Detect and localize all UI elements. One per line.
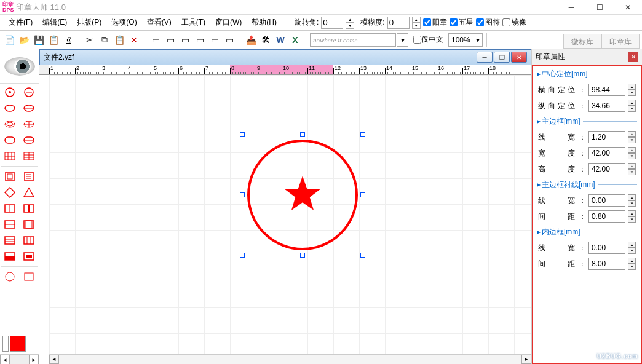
stamp-object[interactable]: 广西大鹏应用软件公司 bbox=[241, 133, 364, 256]
field-spinner[interactable]: ▲▼ bbox=[628, 258, 636, 270]
field-input[interactable] bbox=[588, 210, 625, 223]
tool-rect-fill2[interactable] bbox=[20, 249, 38, 264]
save-button[interactable]: 💾 bbox=[32, 33, 46, 47]
word-button[interactable]: W bbox=[274, 33, 287, 47]
print-button[interactable]: 🖨 bbox=[61, 33, 75, 47]
field-spinner[interactable]: ▲▼ bbox=[628, 194, 636, 207]
selection-handle[interactable] bbox=[300, 132, 305, 137]
tool-circle-text[interactable] bbox=[20, 85, 38, 100]
tool-rounded2[interactable] bbox=[20, 133, 38, 148]
paste-button[interactable]: 📋 bbox=[113, 33, 126, 47]
zoom-combo[interactable]: 100%▾ bbox=[448, 33, 483, 47]
selection-handle[interactable] bbox=[360, 192, 365, 197]
open-button[interactable]: 📂 bbox=[17, 33, 31, 47]
group-header[interactable]: 主边框衬线[mm] bbox=[533, 177, 641, 192]
doc-minimize-button[interactable]: ─ bbox=[477, 52, 493, 63]
menu-item[interactable]: 查看(V) bbox=[142, 15, 176, 30]
field-input[interactable] bbox=[588, 100, 625, 112]
settings-button[interactable]: 🛠 bbox=[259, 33, 272, 47]
tool-misc2[interactable] bbox=[20, 269, 38, 284]
group-header[interactable]: 中心定位[mm] bbox=[533, 66, 641, 82]
menu-item[interactable]: 排版(P) bbox=[72, 15, 106, 30]
cut-button[interactable]: ✂ bbox=[83, 33, 97, 47]
tool-rect-h2[interactable] bbox=[20, 217, 38, 232]
tool-rect-fill[interactable] bbox=[1, 249, 18, 264]
saveas-button[interactable]: 📋 bbox=[47, 33, 60, 47]
doc-restore-button[interactable]: ❐ bbox=[494, 52, 510, 63]
right-color-swatch[interactable] bbox=[10, 336, 26, 352]
rotate-input[interactable] bbox=[321, 17, 343, 29]
field-input[interactable] bbox=[588, 147, 625, 159]
tool-triangle[interactable] bbox=[20, 185, 38, 200]
field-spinner[interactable]: ▲▼ bbox=[628, 84, 636, 96]
tab-badge-library[interactable]: 徽标库 bbox=[563, 34, 601, 49]
panel-close-button[interactable]: ✕ bbox=[628, 52, 638, 62]
menu-item[interactable]: 窗口(W) bbox=[210, 15, 247, 30]
tool-rect-grid3[interactable] bbox=[1, 233, 18, 248]
blur-spinner[interactable]: ▲▼ bbox=[412, 17, 421, 29]
maximize-button[interactable]: ☐ bbox=[585, 0, 614, 15]
canvas-horizontal-scrollbar[interactable]: ◄► bbox=[49, 354, 531, 364]
font-dropdown-arrow[interactable]: ▾ bbox=[397, 33, 408, 47]
selection-handle[interactable] bbox=[300, 253, 305, 258]
selection-handle[interactable] bbox=[360, 132, 365, 137]
tool-rect-split[interactable] bbox=[1, 201, 18, 216]
doc-close-button[interactable]: ✕ bbox=[511, 52, 527, 63]
tool-oval2[interactable] bbox=[20, 101, 38, 116]
new-button[interactable]: 📄 bbox=[2, 33, 16, 47]
field-spinner[interactable]: ▲▼ bbox=[628, 163, 636, 175]
chinese-only-check[interactable]: 仅中文 bbox=[413, 34, 443, 45]
field-spinner[interactable]: ▲▼ bbox=[628, 131, 636, 143]
rotate-spinner[interactable]: ▲▼ bbox=[346, 17, 354, 29]
tool-misc1[interactable] bbox=[1, 269, 18, 284]
close-button[interactable]: ✕ bbox=[614, 0, 642, 15]
field-spinner[interactable]: ▲▼ bbox=[628, 210, 636, 223]
delete-button[interactable]: ✕ bbox=[127, 33, 141, 47]
align5-button[interactable]: ▭ bbox=[208, 33, 221, 47]
copy-button[interactable]: ⧉ bbox=[98, 33, 111, 47]
field-input[interactable] bbox=[588, 258, 625, 270]
align1-button[interactable]: ▭ bbox=[149, 33, 162, 47]
field-spinner[interactable]: ▲▼ bbox=[628, 242, 636, 254]
field-input[interactable] bbox=[588, 131, 625, 143]
field-input[interactable] bbox=[588, 163, 625, 175]
tool-circle-outline[interactable] bbox=[1, 85, 18, 100]
align6-button[interactable]: ▭ bbox=[223, 33, 236, 47]
align4-button[interactable]: ▭ bbox=[193, 33, 207, 47]
left-color-swatch[interactable] bbox=[2, 336, 9, 352]
tool-rounded1[interactable] bbox=[1, 133, 18, 148]
check-star[interactable]: 五星 bbox=[450, 17, 474, 28]
menu-item[interactable]: 编辑(E) bbox=[38, 15, 72, 30]
menu-item[interactable]: 帮助(H) bbox=[247, 15, 282, 30]
field-input[interactable] bbox=[588, 194, 625, 207]
excel-button[interactable]: X bbox=[288, 33, 302, 47]
menu-item[interactable]: 工具(T) bbox=[176, 15, 210, 30]
selection-handle[interactable] bbox=[240, 132, 245, 137]
selection-handle[interactable] bbox=[240, 253, 245, 258]
tool-square[interactable] bbox=[1, 169, 18, 184]
horizontal-ruler[interactable]: 123456789101112131415161718 bbox=[49, 65, 531, 75]
check-yang[interactable]: 阳章 bbox=[423, 17, 447, 28]
check-tufu[interactable]: 图符 bbox=[476, 17, 500, 28]
tool-rect-h1[interactable] bbox=[1, 217, 18, 232]
tool-grid2[interactable] bbox=[20, 149, 38, 164]
field-spinner[interactable]: ▲▼ bbox=[628, 100, 636, 112]
tool-rect-grid4[interactable] bbox=[20, 233, 38, 248]
selection-handle[interactable] bbox=[360, 253, 365, 258]
tool-oval1[interactable] bbox=[1, 101, 18, 116]
align3-button[interactable]: ▭ bbox=[178, 33, 192, 47]
field-input[interactable] bbox=[588, 242, 625, 254]
align2-button[interactable]: ▭ bbox=[164, 33, 177, 47]
tool-oval-grid[interactable] bbox=[20, 117, 38, 132]
palette-scrollbar[interactable]: ◄► bbox=[0, 354, 39, 364]
tool-diamond[interactable] bbox=[1, 185, 18, 200]
selection-handle[interactable] bbox=[240, 192, 245, 197]
minimize-button[interactable]: ─ bbox=[557, 0, 585, 15]
font-combo[interactable]: nowhere it come bbox=[310, 33, 396, 47]
tool-oval-double[interactable] bbox=[1, 117, 18, 132]
check-mirror[interactable]: 镜像 bbox=[502, 17, 526, 28]
menu-item[interactable]: 文件(F) bbox=[4, 15, 38, 30]
menu-item[interactable]: 选项(O) bbox=[106, 15, 141, 30]
group-header[interactable]: 主边框[mm] bbox=[533, 114, 641, 129]
blur-input[interactable] bbox=[387, 17, 410, 29]
